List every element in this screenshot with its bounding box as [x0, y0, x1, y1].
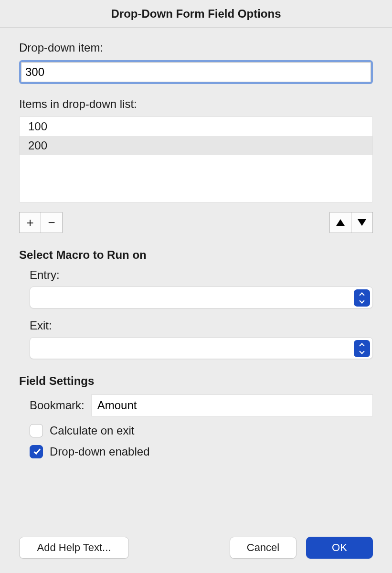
dropdown-enabled-checkbox[interactable] — [30, 445, 43, 458]
exit-label: Exit: — [30, 319, 373, 332]
triangle-down-icon — [358, 219, 366, 226]
cancel-button[interactable]: Cancel — [230, 537, 297, 559]
dropdown-stepper-icon — [354, 289, 370, 307]
move-down-button[interactable] — [351, 212, 373, 233]
dropdown-item-label: Drop-down item: — [19, 41, 373, 54]
calculate-on-exit-checkbox[interactable] — [30, 424, 43, 437]
dropdown-item-focus-ring — [19, 60, 373, 84]
list-item[interactable]: 100 — [20, 117, 372, 136]
dialog-title: Drop-Down Form Field Options — [0, 0, 392, 28]
exit-macro-dropdown[interactable] — [30, 337, 373, 359]
dropdown-enabled-label: Drop-down enabled — [50, 445, 149, 458]
add-help-text-button[interactable]: Add Help Text... — [19, 537, 129, 559]
bookmark-input[interactable] — [91, 394, 373, 416]
check-icon — [33, 447, 40, 455]
ok-button[interactable]: OK — [306, 537, 373, 559]
entry-label: Entry: — [30, 268, 373, 282]
list-item[interactable]: 200 — [20, 136, 372, 155]
plus-icon: + — [26, 215, 33, 230]
items-listbox[interactable]: 100 200 — [19, 117, 373, 202]
minus-icon: − — [48, 215, 55, 230]
field-settings-heading: Field Settings — [19, 374, 373, 388]
triangle-up-icon — [336, 219, 345, 226]
move-up-button[interactable] — [329, 212, 351, 233]
macro-section-heading: Select Macro to Run on — [19, 248, 373, 262]
calculate-on-exit-label: Calculate on exit — [50, 424, 134, 437]
remove-item-button[interactable]: − — [41, 212, 63, 233]
entry-macro-dropdown[interactable] — [30, 286, 373, 308]
items-list-label: Items in drop-down list: — [19, 97, 373, 111]
dropdown-item-input[interactable] — [21, 62, 371, 82]
dropdown-stepper-icon — [354, 340, 370, 357]
add-item-button[interactable]: + — [19, 212, 41, 233]
bookmark-label: Bookmark: — [30, 399, 85, 412]
